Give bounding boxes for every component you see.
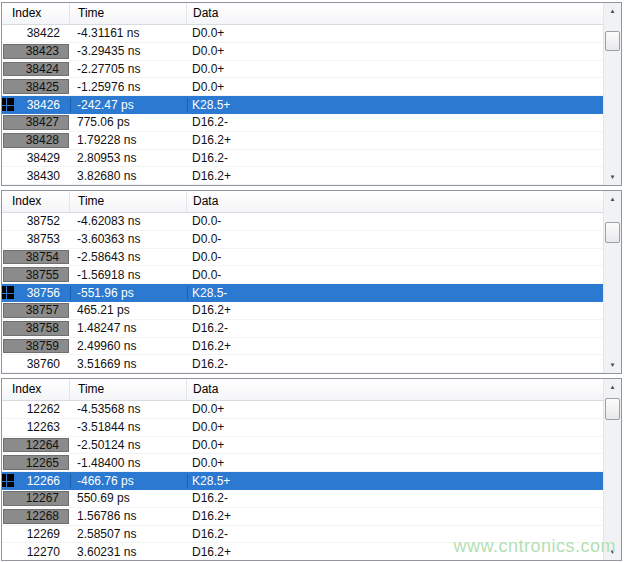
data-value: D0.0+: [187, 456, 603, 470]
time-value: 1.79228 ns: [70, 133, 187, 147]
table-header: Index Time Data: [2, 3, 603, 25]
index-value: 12268: [3, 509, 69, 524]
index-cell: 12264: [2, 437, 70, 454]
listing-table: Index Time Data 12262 -4.53568 ns D0.0+: [2, 379, 603, 560]
scroll-up-icon[interactable]: ▲: [604, 3, 621, 19]
index-cell: 38430: [2, 167, 70, 184]
time-value: 550.69 ps: [70, 491, 187, 505]
table-row[interactable]: 12263 -3.51844 ns D0.0+: [2, 419, 603, 437]
time-value: 3.82680 ns: [70, 169, 187, 183]
table-row[interactable]: 38756 -551.96 ps K28.5-: [2, 284, 603, 302]
data-value: D16.2+: [187, 133, 603, 147]
time-value: -2.27705 ns: [70, 62, 187, 76]
data-value: D16.2+: [187, 303, 603, 317]
table-row[interactable]: 38425 -1.25976 ns D0.0+: [2, 78, 603, 96]
column-header-time[interactable]: Time: [70, 379, 187, 400]
index-value: 12263: [3, 420, 69, 435]
time-value: 465.21 ps: [70, 303, 187, 317]
index-cell: 38423: [2, 43, 70, 60]
vertical-scrollbar[interactable]: ▲ ▼: [603, 3, 621, 185]
time-value: 2.58507 ns: [70, 527, 187, 541]
time-value: -1.48400 ns: [70, 456, 187, 470]
table-row[interactable]: 38424 -2.27705 ns D0.0+: [2, 61, 603, 79]
table-row[interactable]: 38422 -4.31161 ns D0.0+: [2, 25, 603, 43]
index-value: 38755: [3, 267, 69, 282]
index-value: 38427: [3, 115, 69, 130]
index-cell: 12268: [2, 508, 70, 525]
scrollbar-thumb[interactable]: [605, 398, 620, 420]
table-row[interactable]: 38753 -3.60363 ns D0.0-: [2, 231, 603, 249]
index-cell: 38424: [2, 61, 70, 78]
table-row[interactable]: 38754 -2.58643 ns D0.0-: [2, 249, 603, 267]
table-row[interactable]: 38428 1.79228 ns D16.2+: [2, 132, 603, 150]
time-value: 775.06 ps: [70, 115, 187, 129]
data-value: D16.2-: [187, 151, 603, 165]
data-value: D16.2-: [187, 321, 603, 335]
index-cell: 38428: [2, 132, 70, 149]
table-header: Index Time Data: [2, 379, 603, 401]
column-header-time[interactable]: Time: [70, 3, 187, 24]
watermark: www.cntronics.com: [453, 536, 616, 557]
column-header-index[interactable]: Index: [2, 3, 70, 24]
index-cell: 38427: [2, 114, 70, 131]
table-row[interactable]: 38427 775.06 ps D16.2-: [2, 114, 603, 132]
table-row[interactable]: 38758 1.48247 ns D16.2-: [2, 320, 603, 338]
table-row[interactable]: 12267 550.69 ps D16.2-: [2, 490, 603, 508]
column-header-time[interactable]: Time: [70, 191, 187, 212]
index-cell: 12263: [2, 419, 70, 436]
column-header-data[interactable]: Data: [187, 3, 603, 24]
table-row[interactable]: 38757 465.21 ps D16.2+: [2, 302, 603, 320]
index-cell: 38754: [2, 249, 70, 266]
table-row[interactable]: 38760 3.51669 ns D16.2-: [2, 355, 603, 373]
data-value: D16.2+: [187, 339, 603, 353]
index-value: 12270: [3, 544, 69, 559]
table-row[interactable]: 38430 3.82680 ns D16.2+: [2, 167, 603, 185]
vertical-scrollbar[interactable]: ▲ ▼: [603, 191, 621, 373]
time-value: -466.76 ps: [70, 474, 187, 488]
scrollbar-thumb[interactable]: [605, 31, 620, 51]
table-row[interactable]: 38426 -242.47 ps K28.5+: [2, 96, 603, 114]
table-row[interactable]: 38752 -4.62083 ns D0.0-: [2, 213, 603, 231]
table-row[interactable]: 12265 -1.48400 ns D0.0+: [2, 454, 603, 472]
scrollbar-thumb[interactable]: [605, 222, 620, 243]
table-row[interactable]: 38423 -3.29435 ns D0.0+: [2, 43, 603, 61]
time-value: 2.80953 ns: [70, 151, 187, 165]
vertical-scrollbar[interactable]: ▲ ▼: [603, 379, 621, 560]
time-value: -3.29435 ns: [70, 44, 187, 58]
scroll-up-icon[interactable]: ▲: [604, 191, 621, 207]
column-header-index[interactable]: Index: [2, 191, 70, 212]
index-value: 38429: [3, 151, 69, 166]
scroll-down-icon[interactable]: ▼: [604, 169, 621, 185]
column-header-index[interactable]: Index: [2, 379, 70, 400]
table-row[interactable]: 38429 2.80953 ns D16.2-: [2, 150, 603, 168]
data-value: D16.2-: [187, 115, 603, 129]
column-header-data[interactable]: Data: [187, 191, 603, 212]
index-value: 38752: [3, 214, 69, 229]
data-value: K28.5+: [187, 474, 603, 488]
table-row[interactable]: 12268 1.56786 ns D16.2+: [2, 508, 603, 526]
column-header-data[interactable]: Data: [187, 379, 603, 400]
scroll-down-icon[interactable]: ▼: [604, 357, 621, 373]
data-value: D0.0-: [187, 268, 603, 282]
data-value: D0.0-: [187, 250, 603, 264]
data-value: D0.0+: [187, 438, 603, 452]
table-row[interactable]: 12266 -466.76 ps K28.5+: [2, 472, 603, 490]
index-cell: 38422: [2, 25, 70, 42]
listing-panel-2: Index Time Data 38752 -4.62083 ns D0.0-: [1, 190, 622, 374]
index-value: 38430: [3, 168, 69, 183]
table-row[interactable]: 38759 2.49960 ns D16.2+: [2, 338, 603, 356]
index-cell: 38425: [2, 78, 70, 95]
index-cell: 38758: [2, 320, 70, 337]
index-value: 38426: [3, 97, 69, 112]
data-value: D0.0+: [187, 402, 603, 416]
table-body: 38422 -4.31161 ns D0.0+ 38423 -3.29435 n…: [2, 25, 603, 185]
table-body: 38752 -4.62083 ns D0.0- 38753 -3.60363 n…: [2, 213, 603, 373]
table-row[interactable]: 12264 -2.50124 ns D0.0+: [2, 437, 603, 455]
index-value: 38425: [3, 79, 69, 94]
table-row[interactable]: 38755 -1.56918 ns D0.0-: [2, 266, 603, 284]
scroll-up-icon[interactable]: ▲: [604, 379, 621, 395]
table-row[interactable]: 12262 -4.53568 ns D0.0+: [2, 401, 603, 419]
time-value: 1.48247 ns: [70, 321, 187, 335]
data-value: K28.5+: [187, 98, 603, 112]
time-value: 3.51669 ns: [70, 357, 187, 371]
